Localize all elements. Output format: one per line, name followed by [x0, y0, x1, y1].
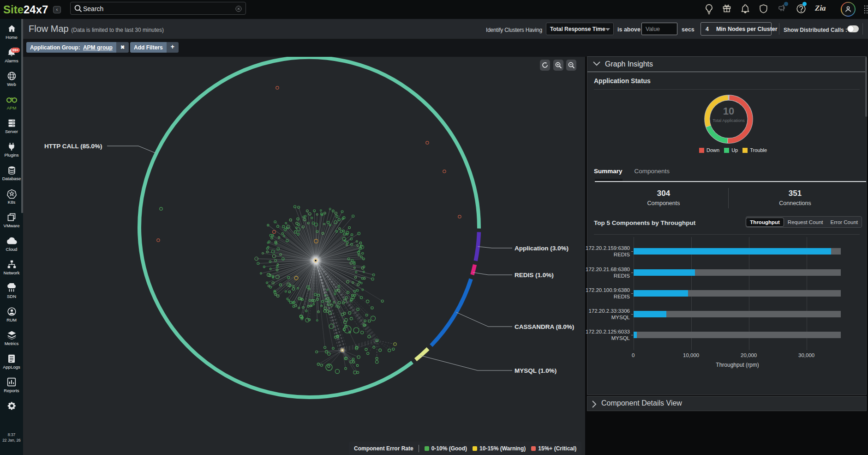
svg-text:HTTP CALL (85.0%): HTTP CALL (85.0%) [44, 143, 102, 150]
svg-text:REDIS (1.0%): REDIS (1.0%) [515, 272, 554, 279]
svg-text:CASSANDRA (8.0%): CASSANDRA (8.0%) [515, 323, 574, 330]
svg-text:MYSQL (1.0%): MYSQL (1.0%) [515, 367, 557, 374]
svg-text:Total Applications: Total Applications [712, 118, 745, 123]
svg-text:10: 10 [723, 105, 734, 117]
svg-text:Application (3.0%): Application (3.0%) [515, 245, 569, 252]
